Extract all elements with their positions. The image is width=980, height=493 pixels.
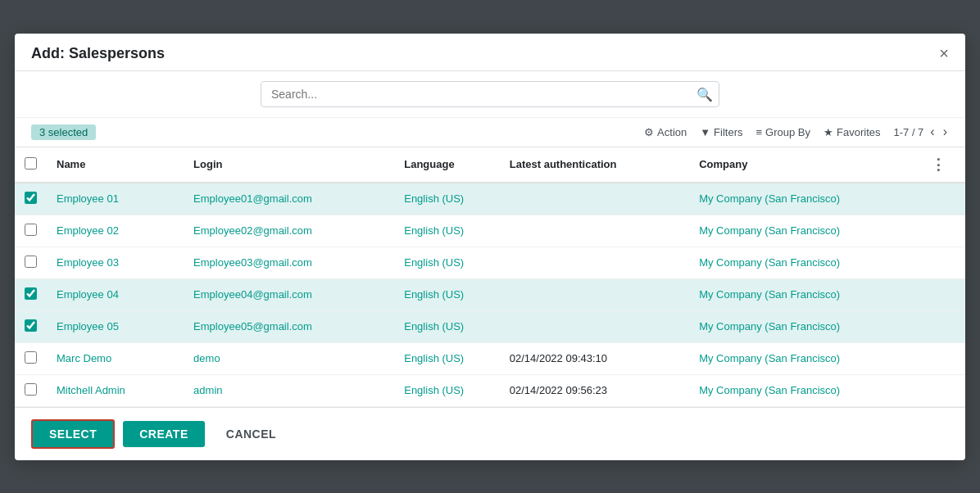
create-button[interactable]: CREATE	[123, 421, 205, 447]
row-checkbox-cell[interactable]	[15, 310, 47, 342]
table-wrapper: Name Login Language Latest authenticatio…	[15, 147, 965, 407]
row-name[interactable]: Employee 04	[47, 278, 184, 310]
modal-title: Add: Salespersons	[31, 45, 165, 62]
row-login[interactable]: Employee03@gmail.com	[184, 246, 394, 278]
row-checkbox[interactable]	[25, 192, 37, 204]
row-name[interactable]: Employee 05	[47, 310, 184, 342]
favorites-icon: ★	[823, 126, 833, 138]
row-name[interactable]: Employee 03	[47, 246, 184, 278]
row-company: My Company (San Francisco)	[689, 246, 921, 278]
row-language: English (US)	[394, 183, 500, 215]
filters-button[interactable]: ▼ Filters	[700, 126, 742, 138]
row-language: English (US)	[394, 374, 500, 406]
search-icon: 🔍	[696, 87, 713, 101]
row-auth	[500, 215, 689, 246]
row-extra	[921, 374, 965, 406]
select-button[interactable]: SELECT	[31, 419, 115, 449]
row-language: English (US)	[394, 246, 500, 278]
table-row: Employee 02 Employee02@gmail.com English…	[15, 215, 965, 246]
row-extra	[921, 183, 965, 215]
pagination: 1-7 / 7 ‹ ›	[893, 124, 949, 139]
search-container: 🔍	[261, 81, 719, 107]
row-extra	[921, 278, 965, 310]
table-row: Employee 01 Employee01@gmail.com English…	[15, 183, 965, 215]
filters-icon: ▼	[700, 126, 710, 138]
favorites-label: Favorites	[837, 126, 880, 138]
close-button[interactable]: ×	[939, 45, 949, 61]
modal-footer: SELECT CREATE CANCEL	[15, 407, 965, 460]
row-checkbox-cell[interactable]	[15, 278, 47, 310]
row-company: My Company (San Francisco)	[689, 278, 921, 310]
table-row: Employee 04 Employee04@gmail.com English…	[15, 278, 965, 310]
table-row: Employee 03 Employee03@gmail.com English…	[15, 246, 965, 278]
row-login[interactable]: admin	[184, 374, 394, 406]
row-name[interactable]: Mitchell Admin	[47, 374, 184, 406]
row-checkbox[interactable]	[25, 256, 37, 268]
row-company: My Company (San Francisco)	[689, 183, 921, 215]
row-login[interactable]: demo	[184, 342, 394, 374]
row-language: English (US)	[394, 310, 500, 342]
row-checkbox-cell[interactable]	[15, 215, 47, 246]
row-auth: 02/14/2022 09:56:23	[500, 374, 689, 406]
next-page-button[interactable]: ›	[941, 124, 949, 139]
favorites-button[interactable]: ★ Favorites	[823, 126, 880, 138]
col-header-name: Name	[47, 147, 184, 183]
row-name[interactable]: Employee 01	[47, 183, 184, 215]
groupby-button[interactable]: ≡ Group By	[756, 126, 811, 138]
row-extra	[921, 246, 965, 278]
row-checkbox-cell[interactable]	[15, 374, 47, 406]
row-login[interactable]: Employee04@gmail.com	[184, 278, 394, 310]
row-login[interactable]: Employee02@gmail.com	[184, 215, 394, 246]
table-header-row: Name Login Language Latest authenticatio…	[15, 147, 965, 183]
row-auth	[500, 310, 689, 342]
groupby-icon: ≡	[756, 126, 763, 138]
search-input[interactable]	[261, 81, 719, 107]
row-checkbox[interactable]	[25, 224, 37, 236]
col-header-login: Login	[184, 147, 394, 183]
search-button[interactable]: 🔍	[696, 86, 713, 102]
row-extra	[921, 310, 965, 342]
col-header-language: Language	[394, 147, 500, 183]
modal-header: Add: Salespersons ×	[15, 34, 965, 71]
pagination-text: 1-7 / 7	[893, 126, 923, 138]
row-checkbox[interactable]	[25, 383, 37, 396]
row-language: English (US)	[394, 342, 500, 374]
row-auth	[500, 183, 689, 215]
col-header-company: Company	[689, 147, 921, 183]
table-body: Employee 01 Employee01@gmail.com English…	[15, 183, 965, 407]
more-options-icon[interactable]: ⋮	[931, 156, 946, 173]
row-login[interactable]: Employee01@gmail.com	[184, 183, 394, 215]
prev-page-button[interactable]: ‹	[928, 124, 936, 139]
row-language: English (US)	[394, 278, 500, 310]
row-checkbox-cell[interactable]	[15, 183, 47, 215]
col-header-more: ⋮	[921, 147, 965, 183]
row-checkbox[interactable]	[25, 319, 37, 332]
cancel-button[interactable]: CANCEL	[213, 421, 289, 447]
row-extra	[921, 215, 965, 246]
table-row: Employee 05 Employee05@gmail.com English…	[15, 310, 965, 342]
action-label: Action	[657, 126, 687, 138]
col-header-auth: Latest authentication	[500, 147, 689, 183]
row-company: My Company (San Francisco)	[689, 310, 921, 342]
selected-badge: 3 selected	[31, 124, 96, 140]
row-name[interactable]: Employee 02	[47, 215, 184, 246]
salespersons-table: Name Login Language Latest authenticatio…	[15, 147, 965, 407]
action-icon: ⚙	[644, 126, 654, 138]
select-all-header	[15, 147, 47, 183]
row-auth	[500, 246, 689, 278]
row-auth	[500, 278, 689, 310]
table-row: Marc Demo demo English (US) 02/14/2022 0…	[15, 342, 965, 374]
row-company: My Company (San Francisco)	[689, 374, 921, 406]
action-button[interactable]: ⚙ Action	[644, 126, 687, 138]
row-checkbox[interactable]	[25, 351, 37, 364]
select-all-checkbox[interactable]	[25, 157, 37, 170]
row-extra	[921, 342, 965, 374]
row-checkbox-cell[interactable]	[15, 246, 47, 278]
row-checkbox[interactable]	[25, 287, 37, 300]
row-checkbox-cell[interactable]	[15, 342, 47, 374]
row-login[interactable]: Employee05@gmail.com	[184, 310, 394, 342]
filters-label: Filters	[714, 126, 742, 138]
row-language: English (US)	[394, 215, 500, 246]
groupby-label: Group By	[765, 126, 810, 138]
row-name[interactable]: Marc Demo	[47, 342, 184, 374]
